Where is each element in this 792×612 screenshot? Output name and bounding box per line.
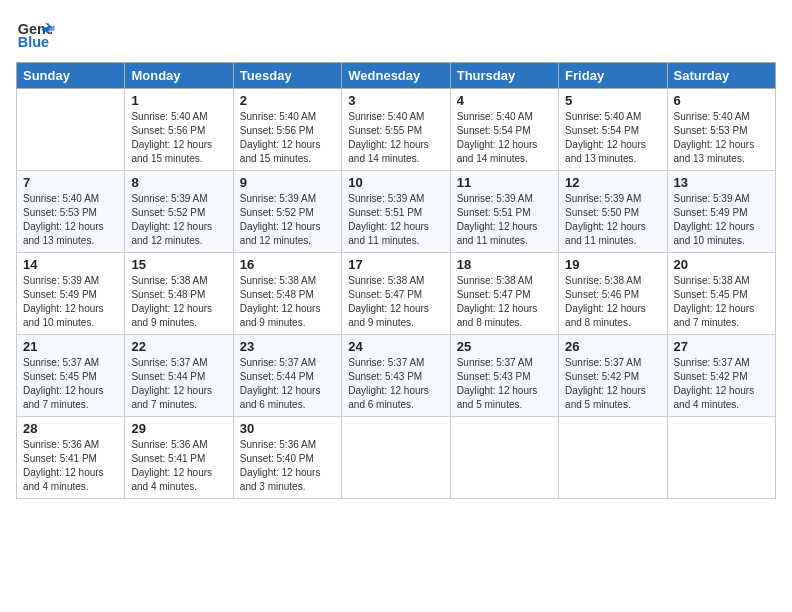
day-info: Sunrise: 5:38 AM Sunset: 5:48 PM Dayligh… [240,274,335,330]
day-info: Sunrise: 5:39 AM Sunset: 5:50 PM Dayligh… [565,192,660,248]
day-info: Sunrise: 5:40 AM Sunset: 5:54 PM Dayligh… [565,110,660,166]
day-info: Sunrise: 5:38 AM Sunset: 5:48 PM Dayligh… [131,274,226,330]
calendar-cell: 6Sunrise: 5:40 AM Sunset: 5:53 PM Daylig… [667,89,775,171]
calendar-cell: 7Sunrise: 5:40 AM Sunset: 5:53 PM Daylig… [17,171,125,253]
calendar-cell: 16Sunrise: 5:38 AM Sunset: 5:48 PM Dayli… [233,253,341,335]
day-number: 30 [240,421,335,436]
calendar-cell [667,417,775,499]
page-header: General Blue [16,16,776,52]
day-info: Sunrise: 5:37 AM Sunset: 5:43 PM Dayligh… [457,356,552,412]
day-number: 28 [23,421,118,436]
day-info: Sunrise: 5:40 AM Sunset: 5:54 PM Dayligh… [457,110,552,166]
calendar-cell [559,417,667,499]
day-number: 27 [674,339,769,354]
calendar-table: SundayMondayTuesdayWednesdayThursdayFrid… [16,62,776,499]
day-info: Sunrise: 5:37 AM Sunset: 5:44 PM Dayligh… [240,356,335,412]
calendar-week-row: 28Sunrise: 5:36 AM Sunset: 5:41 PM Dayli… [17,417,776,499]
day-info: Sunrise: 5:38 AM Sunset: 5:46 PM Dayligh… [565,274,660,330]
day-number: 13 [674,175,769,190]
calendar-header-row: SundayMondayTuesdayWednesdayThursdayFrid… [17,63,776,89]
day-info: Sunrise: 5:40 AM Sunset: 5:53 PM Dayligh… [674,110,769,166]
day-info: Sunrise: 5:39 AM Sunset: 5:51 PM Dayligh… [348,192,443,248]
day-number: 3 [348,93,443,108]
calendar-cell: 8Sunrise: 5:39 AM Sunset: 5:52 PM Daylig… [125,171,233,253]
calendar-cell [342,417,450,499]
calendar-cell: 23Sunrise: 5:37 AM Sunset: 5:44 PM Dayli… [233,335,341,417]
calendar-week-row: 14Sunrise: 5:39 AM Sunset: 5:49 PM Dayli… [17,253,776,335]
day-number: 18 [457,257,552,272]
calendar-cell: 25Sunrise: 5:37 AM Sunset: 5:43 PM Dayli… [450,335,558,417]
calendar-cell: 28Sunrise: 5:36 AM Sunset: 5:41 PM Dayli… [17,417,125,499]
calendar-cell: 5Sunrise: 5:40 AM Sunset: 5:54 PM Daylig… [559,89,667,171]
calendar-week-row: 21Sunrise: 5:37 AM Sunset: 5:45 PM Dayli… [17,335,776,417]
column-header-sunday: Sunday [17,63,125,89]
day-info: Sunrise: 5:37 AM Sunset: 5:44 PM Dayligh… [131,356,226,412]
day-info: Sunrise: 5:38 AM Sunset: 5:47 PM Dayligh… [457,274,552,330]
day-number: 17 [348,257,443,272]
calendar-cell: 9Sunrise: 5:39 AM Sunset: 5:52 PM Daylig… [233,171,341,253]
calendar-cell: 19Sunrise: 5:38 AM Sunset: 5:46 PM Dayli… [559,253,667,335]
day-number: 2 [240,93,335,108]
column-header-tuesday: Tuesday [233,63,341,89]
calendar-week-row: 1Sunrise: 5:40 AM Sunset: 5:56 PM Daylig… [17,89,776,171]
day-number: 24 [348,339,443,354]
column-header-thursday: Thursday [450,63,558,89]
day-number: 5 [565,93,660,108]
calendar-cell: 21Sunrise: 5:37 AM Sunset: 5:45 PM Dayli… [17,335,125,417]
column-header-monday: Monday [125,63,233,89]
day-info: Sunrise: 5:38 AM Sunset: 5:47 PM Dayligh… [348,274,443,330]
day-info: Sunrise: 5:40 AM Sunset: 5:56 PM Dayligh… [131,110,226,166]
day-info: Sunrise: 5:36 AM Sunset: 5:41 PM Dayligh… [131,438,226,494]
day-number: 20 [674,257,769,272]
calendar-cell: 26Sunrise: 5:37 AM Sunset: 5:42 PM Dayli… [559,335,667,417]
column-header-saturday: Saturday [667,63,775,89]
calendar-cell: 30Sunrise: 5:36 AM Sunset: 5:40 PM Dayli… [233,417,341,499]
calendar-cell: 4Sunrise: 5:40 AM Sunset: 5:54 PM Daylig… [450,89,558,171]
day-info: Sunrise: 5:39 AM Sunset: 5:52 PM Dayligh… [240,192,335,248]
logo: General Blue [16,16,56,52]
calendar-week-row: 7Sunrise: 5:40 AM Sunset: 5:53 PM Daylig… [17,171,776,253]
day-number: 9 [240,175,335,190]
day-info: Sunrise: 5:39 AM Sunset: 5:49 PM Dayligh… [674,192,769,248]
day-info: Sunrise: 5:36 AM Sunset: 5:40 PM Dayligh… [240,438,335,494]
day-number: 12 [565,175,660,190]
day-number: 19 [565,257,660,272]
day-info: Sunrise: 5:37 AM Sunset: 5:42 PM Dayligh… [565,356,660,412]
day-number: 4 [457,93,552,108]
day-info: Sunrise: 5:40 AM Sunset: 5:56 PM Dayligh… [240,110,335,166]
day-number: 11 [457,175,552,190]
day-number: 25 [457,339,552,354]
calendar-cell [450,417,558,499]
day-number: 1 [131,93,226,108]
column-header-friday: Friday [559,63,667,89]
day-info: Sunrise: 5:40 AM Sunset: 5:55 PM Dayligh… [348,110,443,166]
day-number: 29 [131,421,226,436]
calendar-cell: 18Sunrise: 5:38 AM Sunset: 5:47 PM Dayli… [450,253,558,335]
column-header-wednesday: Wednesday [342,63,450,89]
calendar-cell: 2Sunrise: 5:40 AM Sunset: 5:56 PM Daylig… [233,89,341,171]
day-number: 26 [565,339,660,354]
day-info: Sunrise: 5:39 AM Sunset: 5:52 PM Dayligh… [131,192,226,248]
calendar-cell: 1Sunrise: 5:40 AM Sunset: 5:56 PM Daylig… [125,89,233,171]
day-number: 15 [131,257,226,272]
day-info: Sunrise: 5:36 AM Sunset: 5:41 PM Dayligh… [23,438,118,494]
day-number: 14 [23,257,118,272]
day-info: Sunrise: 5:37 AM Sunset: 5:42 PM Dayligh… [674,356,769,412]
calendar-cell [17,89,125,171]
day-number: 6 [674,93,769,108]
calendar-cell: 29Sunrise: 5:36 AM Sunset: 5:41 PM Dayli… [125,417,233,499]
calendar-cell: 14Sunrise: 5:39 AM Sunset: 5:49 PM Dayli… [17,253,125,335]
day-info: Sunrise: 5:39 AM Sunset: 5:51 PM Dayligh… [457,192,552,248]
calendar-cell: 20Sunrise: 5:38 AM Sunset: 5:45 PM Dayli… [667,253,775,335]
calendar-cell: 24Sunrise: 5:37 AM Sunset: 5:43 PM Dayli… [342,335,450,417]
calendar-cell: 13Sunrise: 5:39 AM Sunset: 5:49 PM Dayli… [667,171,775,253]
day-info: Sunrise: 5:39 AM Sunset: 5:49 PM Dayligh… [23,274,118,330]
day-number: 22 [131,339,226,354]
calendar-cell: 17Sunrise: 5:38 AM Sunset: 5:47 PM Dayli… [342,253,450,335]
calendar-cell: 12Sunrise: 5:39 AM Sunset: 5:50 PM Dayli… [559,171,667,253]
calendar-cell: 27Sunrise: 5:37 AM Sunset: 5:42 PM Dayli… [667,335,775,417]
calendar-cell: 3Sunrise: 5:40 AM Sunset: 5:55 PM Daylig… [342,89,450,171]
day-number: 21 [23,339,118,354]
day-number: 16 [240,257,335,272]
day-number: 23 [240,339,335,354]
